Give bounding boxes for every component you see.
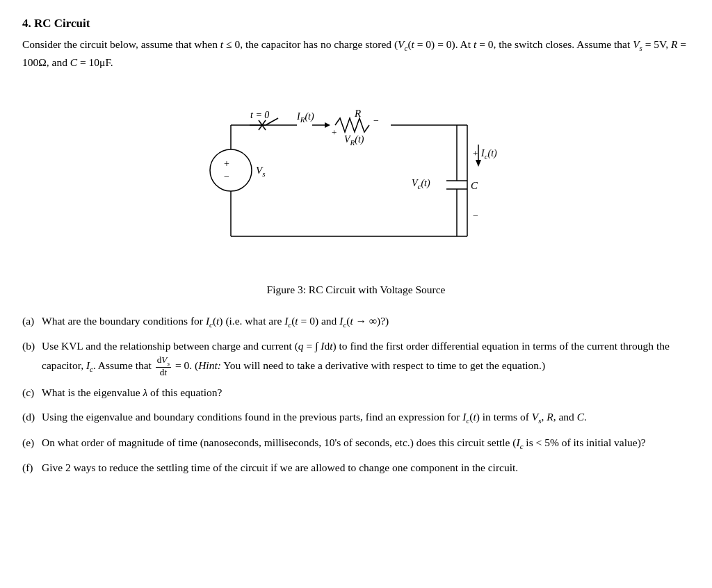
part-e-label: (e) xyxy=(22,434,42,452)
svg-text:+: + xyxy=(224,158,229,169)
problem-number: 4. RC Circuit xyxy=(22,17,690,31)
part-a-label: (a) xyxy=(22,313,42,330)
svg-text:IR(t): IR(t) xyxy=(296,111,314,124)
part-f: (f) Give 2 ways to reduce the settling t… xyxy=(22,459,690,477)
figure-caption: Figure 3: RC Circuit with Voltage Source xyxy=(22,284,690,296)
part-a: (a) What are the boundary conditions for… xyxy=(22,313,690,331)
svg-text:Vc(t): Vc(t) xyxy=(412,178,430,190)
svg-text:C: C xyxy=(471,180,478,191)
part-c-content: What is the eigenvalue λ of this equatio… xyxy=(42,384,690,402)
parts-section: (a) What are the boundary conditions for… xyxy=(22,313,690,477)
svg-text:t = 0: t = 0 xyxy=(250,110,269,120)
circuit-diagram: + − Vs t = 0 IR(t) + R xyxy=(22,83,690,278)
svg-text:Ic(t): Ic(t) xyxy=(480,148,497,161)
svg-text:−: − xyxy=(473,211,478,221)
part-d-content: Using the eigenvalue and boundary condit… xyxy=(42,409,690,427)
svg-marker-17 xyxy=(325,122,330,128)
part-f-label: (f) xyxy=(22,459,42,477)
svg-marker-24 xyxy=(476,160,481,167)
part-c-label: (c) xyxy=(22,384,42,402)
part-b-content: Use KVL and the relationship between cha… xyxy=(42,338,690,377)
part-b: (b) Use KVL and the relationship between… xyxy=(22,338,690,377)
svg-text:R: R xyxy=(354,108,361,119)
problem-container: 4. RC Circuit Consider the circuit below… xyxy=(22,17,690,477)
part-b-label: (b) xyxy=(22,338,42,355)
svg-text:+: + xyxy=(473,148,478,158)
part-d: (d) Using the eigenvalue and boundary co… xyxy=(22,409,690,427)
part-c: (c) What is the eigenvalue λ of this equ… xyxy=(22,384,690,402)
part-f-content: Give 2 ways to reduce the settling time … xyxy=(42,459,690,477)
part-d-label: (d) xyxy=(22,409,42,426)
part-a-content: What are the boundary conditions for Ic(… xyxy=(42,313,690,331)
svg-text:VR(t): VR(t) xyxy=(344,134,364,147)
part-e: (e) On what order of magnitude of time (… xyxy=(22,434,690,452)
svg-text:+: + xyxy=(332,127,337,138)
svg-text:Vs: Vs xyxy=(256,165,265,178)
intro-text: Consider the circuit below, assume that … xyxy=(22,36,690,71)
part-e-content: On what order of magnitude of time (nano… xyxy=(42,434,690,452)
svg-text:−: − xyxy=(224,171,229,181)
svg-point-6 xyxy=(210,149,252,191)
svg-text:−: − xyxy=(373,115,379,126)
